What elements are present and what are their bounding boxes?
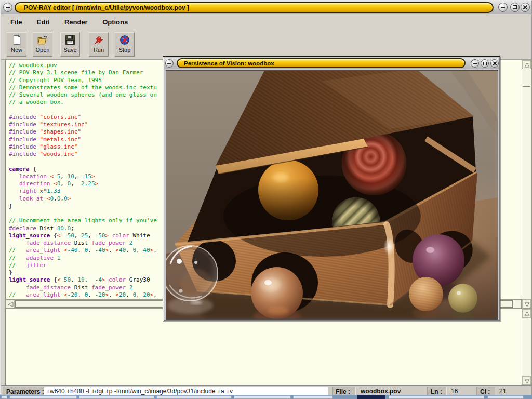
taskbar-button[interactable] (9, 395, 77, 399)
run-button[interactable]: Run (89, 32, 109, 57)
parameters-label: Parameters : (3, 387, 48, 395)
run-icon (93, 34, 104, 46)
vertical-scroll-thumb[interactable] (523, 70, 530, 87)
rendered-image (166, 70, 498, 320)
save-button[interactable]: Save (60, 32, 80, 57)
taskbar-button[interactable] (79, 395, 154, 399)
maximize-icon (513, 5, 517, 9)
minimize-icon (473, 63, 477, 64)
new-document-icon (11, 34, 22, 46)
tool-label: Stop (115, 47, 134, 53)
menu-edit[interactable]: Edit (31, 15, 56, 26)
copper-sphere (251, 267, 303, 319)
scroll-up-button[interactable] (522, 60, 531, 69)
window-menu-icon (6, 6, 10, 9)
stop-button[interactable]: Stop (115, 32, 135, 57)
taskbar (0, 395, 532, 399)
new-button[interactable]: New (7, 32, 26, 57)
minimize-button[interactable] (471, 59, 479, 68)
parameters-input[interactable]: +w640 +h480 -f +dgt +p -I/mnt/win_c/imag… (44, 387, 328, 395)
window-menu-icon (167, 62, 171, 65)
minimize-button[interactable] (498, 3, 508, 12)
scroll-left-button[interactable] (6, 300, 15, 308)
file-label: File : (332, 387, 356, 395)
window-title: POV-RAY editor [ /mnt/win_c/Utile/pyvon/… (16, 3, 493, 11)
statusbar: Parameters : +w640 +h480 -f +dgt +p -I/m… (1, 385, 531, 396)
olive-sphere (448, 284, 477, 313)
tool-label: Open (33, 47, 52, 53)
menu-file[interactable]: File (4, 15, 28, 26)
maximize-icon (483, 62, 487, 65)
title-pill: POV-RAY editor [ /mnt/win_c/Utile/pyvon/… (15, 2, 494, 13)
toolbar: New Open S (1, 30, 531, 60)
taskbar-active-slot[interactable] (357, 395, 385, 399)
file-value: woodbox.pov (361, 388, 401, 395)
editor-vertical-scrollbar[interactable] (522, 60, 531, 309)
open-folder-icon (37, 34, 48, 46)
taskbar-button[interactable] (389, 395, 484, 399)
taskbar-button[interactable] (156, 395, 232, 399)
scroll-down-button[interactable] (522, 376, 531, 385)
scroll-up-button[interactable] (522, 309, 531, 318)
taskbar-button[interactable] (234, 395, 291, 399)
render-window-titlebar[interactable]: Persistence of Vision: woodbox (164, 58, 499, 69)
save-floppy-icon (64, 34, 76, 46)
taskbar-button[interactable] (1, 395, 7, 399)
stop-icon (119, 34, 130, 46)
menubar: File Edit Render Options (1, 15, 531, 30)
render-window-title: Persistence of Vision: woodbox (178, 59, 464, 66)
message-pane-scrollbar[interactable] (522, 309, 531, 385)
close-button[interactable] (521, 3, 530, 12)
maximize-button[interactable] (481, 59, 489, 68)
tan-sphere (409, 277, 443, 311)
taskbar-button[interactable] (487, 395, 524, 399)
maximize-button[interactable] (510, 3, 520, 12)
render-preview-window: Persistence of Vision: woodbox (163, 56, 500, 321)
line-value: 16 (451, 388, 458, 395)
woodbox-render (166, 71, 498, 319)
open-button[interactable]: Open (33, 32, 52, 57)
tool-label: Save (61, 47, 79, 53)
taskbar-button[interactable] (293, 395, 332, 399)
menu-render[interactable]: Render (58, 15, 94, 26)
title-pill: Persistence of Vision: woodbox (177, 58, 466, 68)
scroll-down-button[interactable] (522, 299, 531, 308)
column-value: 21 (499, 388, 506, 395)
tool-label: New (7, 47, 26, 53)
main-titlebar[interactable]: POV-RAY editor [ /mnt/win_c/Utile/pyvon/… (1, 1, 531, 14)
menu-options[interactable]: Options (96, 15, 134, 26)
column-label: Cl : (476, 387, 495, 395)
amber-sphere (258, 160, 318, 220)
window-menu-button[interactable] (3, 3, 12, 12)
tool-label: Run (89, 47, 108, 53)
screen: POV-RAY editor [ /mnt/win_c/Utile/pyvon/… (0, 0, 532, 399)
close-button[interactable] (490, 59, 499, 68)
minimize-icon (501, 7, 505, 8)
window-menu-button[interactable] (165, 59, 174, 68)
line-label: Ln : (427, 387, 447, 395)
